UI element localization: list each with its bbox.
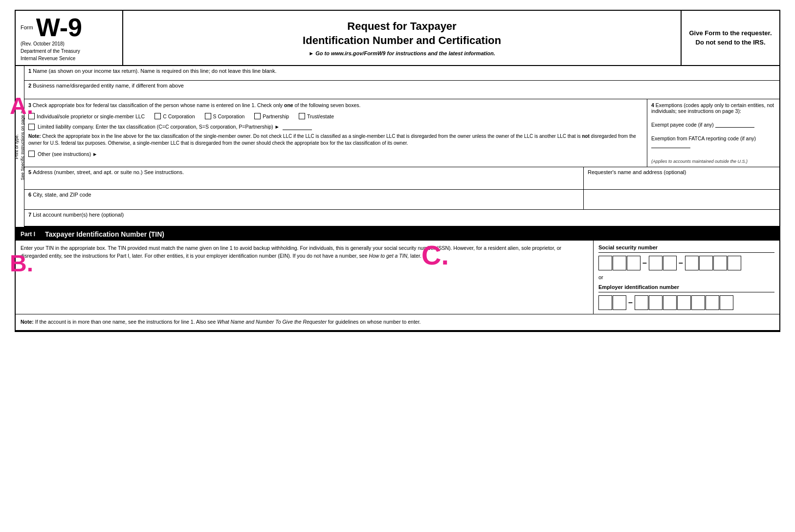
llc-classification-input[interactable] [283, 123, 312, 130]
line1-label: Name (as shown on your income tax return… [33, 68, 276, 74]
dept1: Department of the Treasury [21, 48, 117, 54]
ein-label: Employer identification number [598, 284, 774, 292]
line2-number: 2 [28, 83, 33, 89]
annotation-a: A. [10, 94, 33, 118]
ein-box-7[interactable] [691, 295, 705, 310]
llc-row: Limited liability company. Enter the tax… [28, 123, 643, 130]
city-left: 6 City, state, and ZIP code [24, 190, 584, 209]
side-label: Print or type. See Specific Instructions… [14, 110, 25, 183]
ssn-group1 [598, 256, 640, 270]
ssn-label: Social security number [598, 244, 774, 253]
line3-4-row: 3 Check appropriate box for federal tax … [24, 99, 779, 167]
city-right [584, 190, 779, 209]
exempt-payee-input[interactable] [715, 121, 754, 128]
line2-row: 2 Business name/disregarded entity name,… [24, 81, 779, 99]
requester-label: Requester's name and address (optional) [588, 169, 686, 175]
bottom-border [15, 331, 780, 332]
checkbox-trust-box[interactable] [299, 113, 305, 119]
ein-dash: – [628, 298, 633, 307]
ein-group2 [635, 295, 733, 310]
ein-box-9[interactable] [720, 295, 733, 310]
line5-label: Address (number, street, and apt. or sui… [33, 169, 184, 175]
form-title: Request for Taxpayer Identification Numb… [303, 20, 501, 47]
line6-label: City, state, and ZIP code [33, 192, 91, 198]
ssn-box-2[interactable] [613, 256, 626, 270]
irs-link: ► Go to www.irs.gov/FormW9 for instructi… [309, 50, 495, 56]
part-i-wrapper: C. Part I Taxpayer Identification Number… [15, 228, 780, 331]
ssn-box-8[interactable] [713, 256, 727, 270]
ssn-box-1[interactable] [598, 256, 612, 270]
header-right: Give Form to the requester. Do not send … [682, 11, 779, 65]
annotation-c: C. [421, 242, 449, 269]
checkbox-llc-box[interactable] [28, 124, 35, 130]
ein-boxes: – [598, 295, 774, 310]
llc-label: Limited liability company. Enter the tax… [38, 124, 280, 130]
ein-box-3[interactable] [635, 295, 648, 310]
line4-label: 4 Exemptions (codes apply only to certai… [651, 102, 775, 114]
fatca: Exemption from FATCA reporting code (if … [651, 135, 775, 148]
account-row: 7 List account number(s) here (optional) [24, 210, 779, 227]
part-i-content: Enter your TIN in the appropriate box. T… [16, 241, 779, 314]
address-left: 5 Address (number, street, and apt. or s… [24, 167, 584, 189]
city-row: 6 City, state, and ZIP code [24, 190, 779, 210]
ein-box-5[interactable] [663, 295, 677, 310]
checkbox-individual[interactable]: Individual/sole proprietor or single-mem… [28, 113, 145, 119]
ssn-box-6[interactable] [685, 256, 699, 270]
llc-note: Note: Check the appropriate box in the l… [28, 133, 643, 147]
header-center: Request for Taxpayer Identification Numb… [123, 11, 682, 65]
ein-box-4[interactable] [649, 295, 662, 310]
exempt-payee: Exempt payee code (if any) [651, 121, 775, 128]
checkbox-other-box[interactable] [28, 151, 35, 157]
form-label: Form [21, 24, 33, 30]
ssn-dash-2: – [679, 259, 683, 267]
line3-label: 3 Check appropriate box for federal tax … [28, 102, 643, 108]
line7-label: List account number(s) here (optional) [33, 212, 124, 218]
ssn-box-4[interactable] [649, 256, 662, 270]
requester-address: Requester's name and address (optional) [584, 167, 779, 189]
ssn-box-7[interactable] [699, 256, 713, 270]
part-i-right: Social security number – – [594, 241, 779, 314]
line1-row: 1 Name (as shown on your income tax retu… [24, 66, 779, 81]
part-i-left: Enter your TIN in the appropriate box. T… [16, 241, 594, 314]
give-form-text: Give Form to the requester. Do not send … [687, 29, 773, 46]
checkbox-s-corp[interactable]: S Corporation [205, 113, 245, 119]
part-title: Taxpayer Identification Number (TIN) [45, 230, 164, 238]
form-name: W-9 [36, 15, 82, 40]
ein-group1 [598, 295, 626, 310]
ein-box-6[interactable] [677, 295, 691, 310]
checkbox-partnership-box[interactable] [254, 113, 261, 119]
other-label: Other (see instructions) ► [38, 151, 97, 157]
line2-label: Business name/disregarded entity name, i… [33, 83, 184, 89]
checkbox-trust[interactable]: Trust/estate [299, 113, 334, 119]
other-row: Other (see instructions) ► [28, 151, 643, 157]
checkbox-s-corp-box[interactable] [205, 113, 211, 119]
dept2: Internal Revenue Service [21, 56, 117, 61]
checkboxes-row: Individual/sole proprietor or single-mem… [28, 113, 643, 119]
line3-section: 3 Check appropriate box for federal tax … [24, 99, 647, 167]
header-left: Form W-9 (Rev. October 2018) Department … [16, 11, 123, 65]
checkbox-c-corp-box[interactable] [155, 113, 161, 119]
ein-box-2[interactable] [613, 295, 626, 310]
fatca-input[interactable] [651, 141, 690, 148]
ssn-group3 [685, 256, 741, 270]
address-row: 5 Address (number, street, and apt. or s… [24, 167, 779, 190]
ein-box-1[interactable] [598, 295, 612, 310]
part-note: Note: If the account is in more than one… [16, 314, 779, 330]
ssn-boxes: – – [598, 256, 774, 270]
checkbox-c-corp[interactable]: C Corporation [155, 113, 195, 119]
ein-box-8[interactable] [706, 295, 719, 310]
annotation-b: B. [10, 252, 33, 275]
ssn-box-3[interactable] [627, 256, 640, 270]
ssn-box-5[interactable] [663, 256, 677, 270]
checkbox-partnership[interactable]: Partnership [254, 113, 289, 119]
part-i-body: Enter your TIN in the appropriate box. T… [21, 244, 588, 260]
form-body: Print or type. See Specific Instructions… [15, 66, 780, 228]
part-header: Part I Taxpayer Identification Number (T… [16, 228, 779, 241]
ssn-box-9[interactable] [728, 256, 741, 270]
ssn-dash-1: – [642, 259, 647, 267]
form-header: Form W-9 (Rev. October 2018) Department … [15, 10, 780, 66]
rev-date: (Rev. October 2018) [21, 41, 117, 46]
line1-number: 1 [28, 68, 33, 74]
applies-text: (Applies to accounts maintained outside … [651, 158, 775, 164]
or-text: or [598, 274, 774, 280]
